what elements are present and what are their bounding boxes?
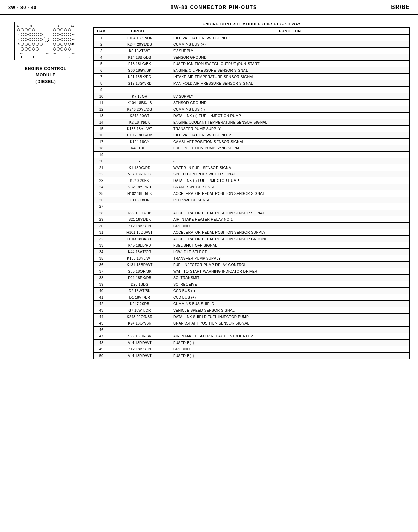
cell-function: ACCELERATOR PEDAL POSITION SENSOR GROUND [170,236,410,242]
cell-function: CRANKSHAFT POSITION SENSOR SIGNAL [170,320,410,327]
cell-circuit: K135 18YL/WT [109,255,170,262]
cell-cav: 35 [94,255,109,262]
cell-function: FUSED B(+) [170,340,410,346]
cell-circuit: V37 18RD/LG [109,171,170,177]
cell-function: FUEL INJECTOR PUMP RELAY CONTROL [170,262,410,268]
cell-cav: 7 [94,74,109,80]
cell-circuit: K240 20BK [109,177,170,184]
table-row: 41D1 18VT/BRCCD BUS (+) [94,294,410,301]
row-num-2: 2 [17,38,20,41]
cell-function: IDLE VALIDATION SWITCH NO. 1 [170,35,410,41]
table-row: 33K45 18LB/RDFUEL SHUT-OFF SIGNAL [94,242,410,249]
table-row: 14K2 18TN/BKENGINE COOLANT TEMPERATURE S… [94,119,410,126]
table-row: 10K7 18OR5V SUPPLY [94,93,410,100]
bottom-num-41: 41 [20,52,24,55]
bottom-num-50: 50 [72,52,75,55]
dot [36,33,39,36]
cell-function: TRANSFER PUMP SUPPLY [170,126,410,132]
table-row: 36K131 18BR/WTFUEL INJECTOR PUMP RELAY C… [94,262,410,268]
cell-cav: 3 [94,48,109,54]
cell-function: WATER IN FUEL SENSOR SIGNAL [170,164,410,171]
cell-function: - [170,152,410,158]
dot [32,43,35,46]
cell-cav: 19 [94,152,109,158]
table-row: 30Z12 18BK/TNGROUND [94,223,410,229]
cell-cav: 13 [94,113,109,119]
table-body: 1H104 18BR/ORIDLE VALIDATION SWITCH NO. … [94,35,410,359]
cell-function: GROUND [170,223,410,229]
dot [53,38,56,41]
table-row: 48A14 18RD/WTFUSED B(+) [94,340,410,346]
cell-cav: 44 [94,314,109,320]
table-row: 6G60 18GY/BKENGINE OIL PRESSURE SENSOR S… [94,67,410,74]
dot [40,43,43,46]
table-row: 39D20 18DGSCI RECEIVE [94,281,410,288]
dot [21,43,24,46]
dot [21,28,24,31]
cell-circuit: K124 18GY [109,139,170,145]
cell-circuit: K45 18LB/RD [109,242,170,249]
dot [25,33,28,36]
dot [57,47,60,51]
dot [60,43,63,46]
cell-function: FUEL INJECTION PUMP SYNC SIGNAL [170,145,410,152]
dot [21,47,24,51]
cell-cav: 16 [94,132,109,139]
cell-function: SENSOR GROUND [170,100,410,106]
cell-cav: 40 [94,288,109,294]
dot [57,28,60,31]
cell-circuit: G7 18WT/OR [109,307,170,314]
cell-cav: 38 [94,275,109,281]
tab-left [21,56,34,58]
table-row: 44K243 20OR/BRDATA LINK SHIELD FUEL INJE… [94,314,410,320]
right-num-40: 40 [72,43,75,46]
dot [53,47,56,51]
dot [68,38,71,41]
table-row: 18K48 18DGFUEL INJECTION PUMP SYNC SIGNA… [94,145,410,152]
cell-function: WAIT-TO-START WARNING INDICATOR DRIVER [170,268,410,275]
cell-cav: 18 [94,145,109,152]
dot [21,38,24,41]
cell-circuit: H101 18DB/WT [109,229,170,236]
cell-circuit: - [109,152,170,158]
cell-cav: 41 [94,294,109,301]
cell-cav: 48 [94,340,109,346]
cell-function: SENSOR GROUND [170,54,410,61]
table-row: 1H104 18BR/ORIDLE VALIDATION SWITCH NO. … [94,35,410,41]
cell-circuit: K21 18BK/RD [109,74,170,80]
dot [68,47,71,51]
table-row: 3K6 18VT/WT5V SUPPLY [94,48,410,54]
cell-circuit: S22 18OR/BK [109,333,170,340]
cell-cav: 5 [94,61,109,67]
dot [64,47,67,51]
cell-function: FUSED B(+) [170,353,410,359]
table-row: 28K22 18OR/DBACCELERATOR PEDAL POSITION … [94,210,410,216]
table-row: 22V37 18RD/LGSPEED CONTROL SWITCH SIGNAL [94,171,410,177]
cell-function: - [170,87,410,93]
table-row: 26G113 18ORPTO SWITCH SENSE [94,197,410,203]
dot [28,47,31,51]
cell-cav: 9 [94,87,109,93]
cell-circuit: K7 18OR [109,93,170,100]
cell-circuit: K6 18VT/WT [109,48,170,54]
cell-cav: 37 [94,268,109,275]
cell-cav: 34 [94,249,109,255]
table-row: 15K135 18YL/WTTRANSFER PUMP SUPPLY [94,126,410,132]
cell-function: SPEED CONTROL SWITCH SIGNAL [170,171,410,177]
cell-cav: 42 [94,301,109,307]
cell-cav: 1 [94,35,109,41]
cell-cav: 39 [94,281,109,288]
table-row: 46-- [94,327,410,333]
dot [36,43,39,46]
cell-cav: 28 [94,210,109,216]
cell-circuit: K22 18OR/DB [109,210,170,216]
dot [60,47,63,51]
connector-section: 1 5 6 10 [8,22,83,359]
cell-cav: 23 [94,177,109,184]
cell-function: CCD BUS (-) [170,288,410,294]
table-row: 34K44 18VT/ORLOW IDLE SELECT [94,249,410,255]
right-num-20: 20 [72,33,75,36]
top-num-1: 1 [17,24,19,27]
header-left: 8W - 80 - 40 [8,5,37,10]
cell-function: ENGINE COOLANT TEMPERATURE SENSOR SIGNAL [170,119,410,126]
